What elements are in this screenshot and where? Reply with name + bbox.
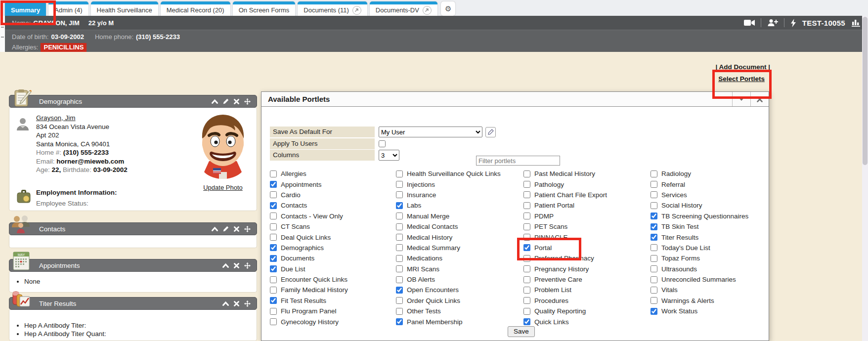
portlet-checkbox[interactable] <box>523 170 530 177</box>
edit-default-button[interactable] <box>485 127 496 137</box>
portlet-option-pdmp[interactable]: PDMP <box>523 211 607 221</box>
collapse-icon-button[interactable] <box>212 226 218 232</box>
portlet-checkbox[interactable] <box>523 308 530 315</box>
portlet-checkbox[interactable] <box>523 287 530 294</box>
close-icon-button[interactable] <box>234 301 239 306</box>
portlet-option-order-quick-links[interactable]: Order Quick Links <box>396 296 501 306</box>
save-button[interactable]: Save <box>508 326 535 337</box>
portlet-checkbox[interactable] <box>396 223 403 230</box>
portlet-checkbox[interactable] <box>396 181 403 188</box>
select-portlets-link[interactable]: Select Portlets <box>718 75 765 83</box>
patient-name-link[interactable]: Grayson, Jim <box>36 114 76 122</box>
portlet-option-medical-contacts[interactable]: Medical Contacts <box>396 221 501 232</box>
portlet-option-health-surveillance-quick-links[interactable]: Health Surveillance Quick Links <box>396 169 501 179</box>
portlet-option-quick-links[interactable]: Quick Links <box>523 316 607 327</box>
portlet-option-cardio[interactable]: Cardio <box>270 190 348 200</box>
portlet-checkbox[interactable] <box>651 191 657 198</box>
allergy-badge[interactable]: PENICILLINS <box>41 43 87 52</box>
portlet-checkbox[interactable] <box>396 191 403 198</box>
portlet-option-labs[interactable]: Labs <box>396 200 501 211</box>
portlet-checkbox[interactable] <box>270 213 277 219</box>
move-icon-button[interactable] <box>244 98 251 105</box>
portlet-checkbox[interactable] <box>651 244 657 251</box>
portlet-checkbox[interactable] <box>270 255 277 262</box>
portlet-option-documents[interactable]: Documents <box>270 253 348 263</box>
collapse-icon-button[interactable] <box>212 99 218 104</box>
portlet-option-radiology[interactable]: Radiology <box>651 169 748 179</box>
portlet-option-contacts-view-only[interactable]: Contacts - View Only <box>270 211 348 221</box>
portlet-checkbox[interactable] <box>523 202 530 209</box>
portlet-checkbox[interactable] <box>651 223 657 230</box>
portlet-checkbox[interactable] <box>651 234 657 241</box>
portlet-checkbox[interactable] <box>651 297 657 304</box>
portlet-checkbox[interactable] <box>651 255 657 262</box>
portlet-checkbox[interactable] <box>396 234 403 241</box>
portlet-option-patient-portal[interactable]: Patient Portal <box>523 200 607 211</box>
popout-icon[interactable] <box>423 6 432 15</box>
portlet-option-warnings-alerts[interactable]: Warnings & Alerts <box>651 296 748 306</box>
portlet-option-due-list[interactable]: Due List <box>270 264 348 274</box>
lightning-bolt-icon[interactable] <box>790 19 796 27</box>
close-icon-button[interactable] <box>234 99 239 104</box>
portlet-checkbox[interactable] <box>523 223 530 230</box>
portlet-option-procedures[interactable]: Procedures <box>523 296 607 306</box>
portlet-checkbox[interactable] <box>651 213 657 219</box>
portlet-checkbox[interactable] <box>651 265 657 272</box>
edit-icon-button[interactable] <box>223 98 229 104</box>
collapse-icon-button[interactable] <box>222 263 229 268</box>
update-photo-link[interactable]: Update Photo <box>193 184 253 191</box>
tab-admin-4[interactable]: Admin (4) <box>48 1 88 16</box>
portlet-option-patient-chart-file-export[interactable]: Patient Chart File Export <box>523 190 607 200</box>
portlet-checkbox[interactable] <box>523 213 530 219</box>
portlet-checkbox[interactable] <box>523 191 530 198</box>
portlet-option-medical-summary[interactable]: Medical Summary <box>396 243 501 253</box>
add-person-icon[interactable] <box>767 19 778 27</box>
portlet-checkbox[interactable] <box>270 202 277 209</box>
portlet-option-titer-results[interactable]: Titer Results <box>651 232 748 242</box>
portlet-checkbox[interactable] <box>523 318 530 325</box>
portlet-option-demographics[interactable]: Demographics <box>270 243 348 253</box>
portlet-option-ultrasounds[interactable]: Ultrasounds <box>651 264 748 274</box>
portlet-option-family-medical-history[interactable]: Family Medical History <box>270 285 348 295</box>
portlet-checkbox[interactable] <box>523 255 530 262</box>
portlet-option-open-encounters[interactable]: Open Encounters <box>396 285 501 295</box>
portlet-checkbox[interactable] <box>396 276 403 283</box>
portlet-option-appointments[interactable]: Appointments <box>270 179 348 189</box>
portlet-checkbox[interactable] <box>651 287 657 294</box>
edit-icon-button[interactable] <box>223 226 229 232</box>
portlet-option-unreconciled-summaries[interactable]: Unreconciled Summaries <box>651 274 748 285</box>
portlet-option-insurance[interactable]: Insurance <box>396 190 501 200</box>
portlet-option-ob-alerts[interactable]: OB Alerts <box>396 274 501 285</box>
portlet-option-flu-program-panel[interactable]: Flu Program Panel <box>270 306 348 316</box>
dialog-minimize-button[interactable] <box>732 92 750 106</box>
vertical-scrollbar[interactable] <box>862 16 868 341</box>
portlet-checkbox[interactable] <box>270 297 277 304</box>
apply-to-users-checkbox[interactable] <box>379 140 386 147</box>
move-icon-button[interactable] <box>244 262 251 269</box>
portlet-checkbox[interactable] <box>523 234 530 241</box>
portlet-checkbox[interactable] <box>523 276 530 283</box>
tab-documents-dv[interactable]: Documents-DV <box>370 1 437 16</box>
save-as-default-select[interactable]: My User <box>379 127 482 137</box>
portlet-option-encounter-quick-links[interactable]: Encounter Quick Links <box>270 274 348 285</box>
add-document-link[interactable]: | Add Document | <box>715 63 770 71</box>
demographics-portlet-header[interactable]: Demographics <box>9 95 257 108</box>
portlet-checkbox[interactable] <box>270 191 277 198</box>
portlet-checkbox[interactable] <box>396 265 403 272</box>
tab-health-surveillance[interactable]: Health Surveillance <box>91 1 158 16</box>
portlet-option-pet-scans[interactable]: PET Scans <box>523 221 607 232</box>
portlet-option-vitals[interactable]: Vitals <box>651 285 748 295</box>
portlet-checkbox[interactable] <box>270 265 277 272</box>
portlet-checkbox[interactable] <box>396 318 403 325</box>
close-icon-button[interactable] <box>234 226 239 232</box>
portlet-checkbox[interactable] <box>270 308 277 315</box>
portlet-checkbox[interactable] <box>270 234 277 241</box>
portlet-option-preferred-pharmacy[interactable]: Preferred Pharmacy <box>523 253 607 263</box>
portlet-checkbox[interactable] <box>396 255 403 262</box>
popout-icon[interactable] <box>352 6 361 15</box>
collapse-icon-button[interactable] <box>222 301 229 306</box>
portlet-checkbox[interactable] <box>270 287 277 294</box>
portlet-checkbox[interactable] <box>523 244 530 251</box>
portlet-checkbox[interactable] <box>396 213 403 219</box>
portlet-checkbox[interactable] <box>523 181 530 188</box>
